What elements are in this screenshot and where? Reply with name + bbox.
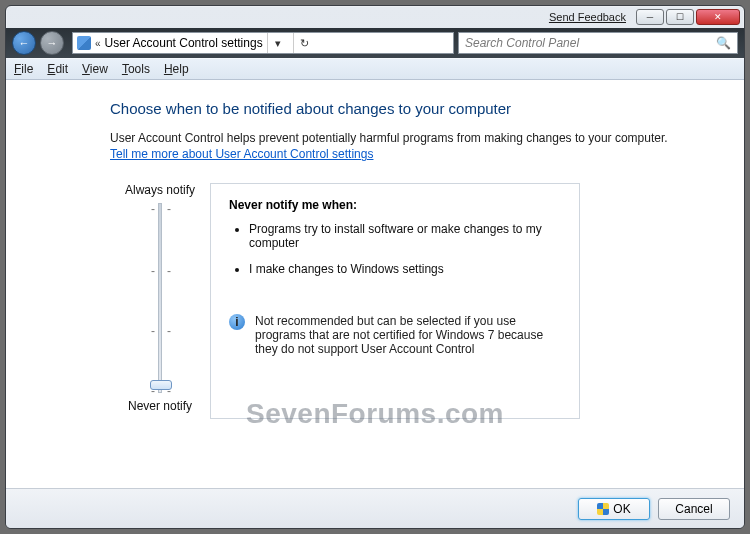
slider-label-top: Always notify bbox=[110, 183, 210, 197]
menu-view[interactable]: View bbox=[82, 62, 108, 76]
slider-thumb[interactable] bbox=[150, 380, 172, 390]
menu-help[interactable]: Help bbox=[164, 62, 189, 76]
address-bar[interactable]: « User Account Control settings ▾ ↻ bbox=[72, 32, 454, 54]
titlebar: Send Feedback ─ ☐ ✕ bbox=[6, 6, 744, 28]
search-placeholder: Search Control Panel bbox=[465, 36, 579, 50]
send-feedback-link[interactable]: Send Feedback bbox=[549, 11, 626, 23]
menu-file[interactable]: File bbox=[14, 62, 33, 76]
panel-title: Never notify me when: bbox=[229, 198, 561, 212]
menu-bar: File Edit View Tools Help bbox=[6, 58, 744, 80]
cancel-button[interactable]: Cancel bbox=[658, 498, 730, 520]
minimize-button[interactable]: ─ bbox=[636, 9, 664, 25]
address-text: User Account Control settings bbox=[105, 36, 263, 50]
uac-slider[interactable]: -- -- -- -- bbox=[158, 203, 162, 393]
slider-area: Always notify -- -- -- -- Never notify bbox=[110, 183, 210, 419]
address-dropdown-icon[interactable]: ▾ bbox=[267, 33, 289, 53]
forward-button[interactable]: → bbox=[40, 31, 64, 55]
page-title: Choose when to be notified about changes… bbox=[110, 100, 716, 117]
panel-note: Not recommended but can be selected if y… bbox=[255, 314, 561, 356]
footer: OK Cancel bbox=[6, 488, 744, 528]
back-button[interactable]: ← bbox=[12, 31, 36, 55]
refresh-button[interactable]: ↻ bbox=[293, 33, 315, 53]
shield-icon bbox=[597, 503, 609, 515]
maximize-button[interactable]: ☐ bbox=[666, 9, 694, 25]
window-frame: Send Feedback ─ ☐ ✕ ← → « User Account C… bbox=[5, 5, 745, 529]
breadcrumb-back-icon: « bbox=[95, 38, 101, 49]
content-area: Choose when to be notified about changes… bbox=[6, 80, 744, 488]
search-input[interactable]: Search Control Panel 🔍 bbox=[458, 32, 738, 54]
search-icon: 🔍 bbox=[716, 36, 731, 50]
panel-item: I make changes to Windows settings bbox=[249, 262, 561, 276]
watermark: SevenForums.com bbox=[6, 398, 744, 430]
menu-tools[interactable]: Tools bbox=[122, 62, 150, 76]
page-description: User Account Control helps prevent poten… bbox=[110, 131, 716, 145]
control-panel-icon bbox=[77, 36, 91, 50]
description-panel: Never notify me when: Programs try to in… bbox=[210, 183, 580, 419]
panel-item: Programs try to install software or make… bbox=[249, 222, 561, 250]
ok-button[interactable]: OK bbox=[578, 498, 650, 520]
menu-edit[interactable]: Edit bbox=[47, 62, 68, 76]
help-link[interactable]: Tell me more about User Account Control … bbox=[110, 147, 373, 161]
nav-toolbar: ← → « User Account Control settings ▾ ↻ … bbox=[6, 28, 744, 58]
close-button[interactable]: ✕ bbox=[696, 9, 740, 25]
info-icon: i bbox=[229, 314, 245, 330]
